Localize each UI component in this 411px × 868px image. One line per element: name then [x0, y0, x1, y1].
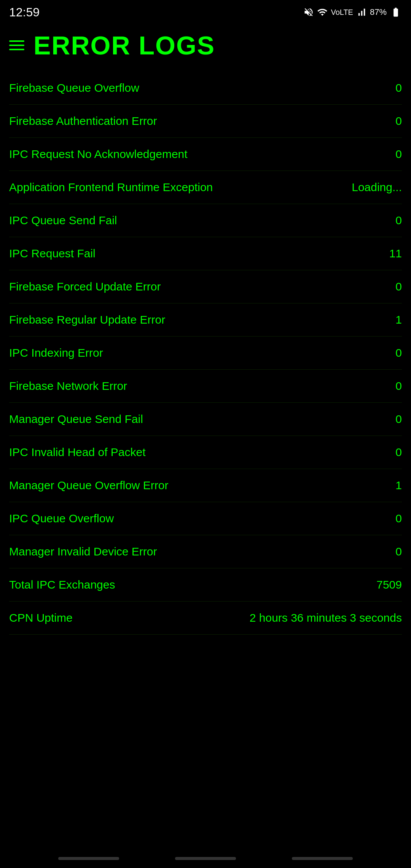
error-item-value: 11: [371, 247, 402, 260]
error-item[interactable]: Manager Queue Send Fail0: [9, 403, 402, 436]
status-time: 12:59: [9, 5, 40, 19]
error-item-value: 0: [371, 346, 402, 359]
error-item-name: Manager Queue Send Fail: [9, 413, 371, 426]
error-item[interactable]: Application Frontend Runtime ExceptionLo…: [9, 171, 402, 204]
error-item-value: 0: [371, 545, 402, 558]
status-bar: 12:59 VoLTE 87%: [0, 0, 411, 23]
error-list: Firebase Queue Overflow0Firebase Authent…: [0, 72, 411, 635]
error-item[interactable]: IPC Request No Acknowledgement0: [9, 138, 402, 171]
error-item[interactable]: Firebase Authentication Error0: [9, 105, 402, 138]
header: ERROR LOGS: [0, 23, 411, 72]
error-item-value: 0: [371, 413, 402, 426]
error-item-name: IPC Queue Send Fail: [9, 214, 371, 227]
error-item-value: Loading...: [352, 181, 402, 194]
error-item-value: 1: [371, 479, 402, 492]
error-item-value: 0: [371, 280, 402, 293]
error-item[interactable]: Total IPC Exchanges7509: [9, 568, 402, 602]
error-item-name: IPC Request No Acknowledgement: [9, 148, 371, 161]
error-item-value: 0: [371, 148, 402, 161]
battery-text: 87%: [370, 7, 387, 17]
error-item-name: Firebase Authentication Error: [9, 115, 371, 128]
error-item[interactable]: Firebase Network Error0: [9, 370, 402, 403]
menu-button[interactable]: [9, 40, 24, 50]
error-item-name: Firebase Queue Overflow: [9, 81, 371, 94]
wifi-icon: [317, 7, 328, 18]
page-title: ERROR LOGS: [33, 30, 215, 60]
error-item-name: IPC Request Fail: [9, 247, 371, 260]
bottom-indicator-1: [58, 857, 119, 860]
error-item-name: Total IPC Exchanges: [9, 578, 371, 591]
error-item-name: IPC Indexing Error: [9, 346, 371, 359]
error-item-value: 1: [371, 313, 402, 326]
error-item-name: Application Frontend Runtime Exception: [9, 181, 352, 194]
error-item[interactable]: Firebase Regular Update Error1: [9, 303, 402, 337]
error-item-value: 0: [371, 115, 402, 128]
error-item[interactable]: IPC Invalid Head of Packet0: [9, 436, 402, 469]
error-item[interactable]: IPC Queue Overflow0: [9, 502, 402, 535]
error-item-name: Firebase Network Error: [9, 380, 371, 393]
bottom-indicator-2: [175, 857, 236, 860]
error-item[interactable]: Firebase Queue Overflow0: [9, 72, 402, 105]
error-item-value: 0: [371, 214, 402, 227]
bottom-nav-bar: [0, 849, 411, 868]
error-item-name: Firebase Forced Update Error: [9, 280, 371, 293]
mute-icon: [303, 7, 314, 18]
error-item-name: CPN Uptime: [9, 611, 250, 624]
error-item[interactable]: Manager Invalid Device Error0: [9, 535, 402, 568]
error-item[interactable]: Firebase Forced Update Error0: [9, 270, 402, 303]
error-item[interactable]: Manager Queue Overflow Error1: [9, 469, 402, 502]
error-item[interactable]: CPN Uptime2 hours 36 minutes 3 seconds: [9, 602, 402, 635]
error-item[interactable]: IPC Queue Send Fail0: [9, 204, 402, 237]
error-item-value: 0: [371, 81, 402, 94]
error-item-value: 0: [371, 380, 402, 393]
error-item[interactable]: IPC Indexing Error0: [9, 337, 402, 370]
error-item-value: 2 hours 36 minutes 3 seconds: [250, 611, 402, 624]
signal-text: VoLTE: [331, 8, 353, 17]
battery-icon: [390, 7, 402, 18]
error-item[interactable]: IPC Request Fail11: [9, 237, 402, 270]
error-item-value: 0: [371, 446, 402, 459]
error-item-value: 7509: [371, 578, 402, 591]
error-item-name: IPC Queue Overflow: [9, 512, 371, 525]
status-icons: VoLTE 87%: [303, 7, 402, 18]
error-item-name: Firebase Regular Update Error: [9, 313, 371, 326]
error-item-value: 0: [371, 512, 402, 525]
error-item-name: Manager Queue Overflow Error: [9, 479, 371, 492]
error-item-name: IPC Invalid Head of Packet: [9, 446, 371, 459]
error-item-name: Manager Invalid Device Error: [9, 545, 371, 558]
signal-bars-icon: [356, 7, 367, 18]
bottom-indicator-3: [292, 857, 353, 860]
